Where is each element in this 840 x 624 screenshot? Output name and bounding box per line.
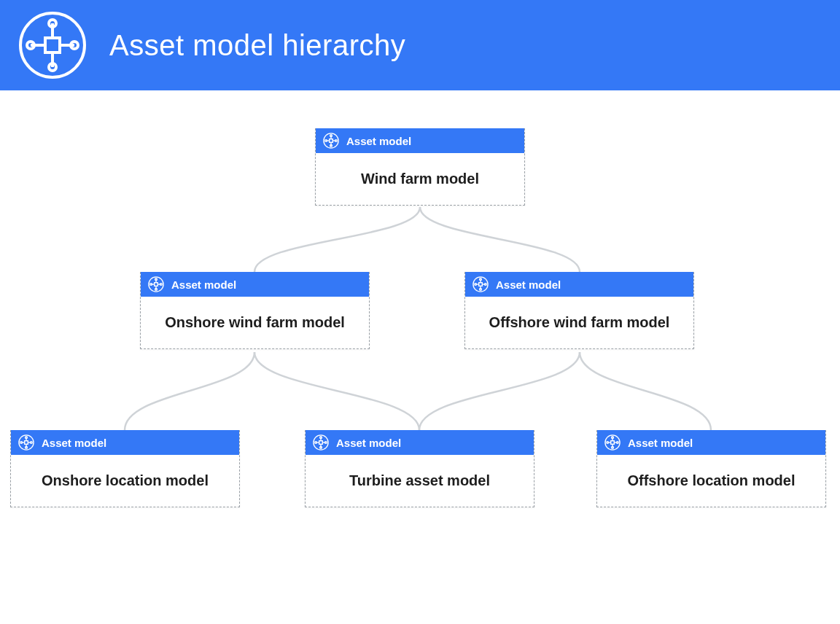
svg-rect-61 [611,441,615,445]
svg-rect-1 [45,38,60,52]
node-type-label: Asset model [346,135,411,147]
svg-rect-41 [25,441,28,445]
svg-point-30 [473,277,488,292]
node-onshore-wind-farm-model: Asset model Onshore wind farm model [140,272,370,349]
svg-point-50 [314,435,328,450]
node-header: Asset model [316,128,524,153]
node-type-label: Asset model [42,437,106,449]
node-header: Asset model [11,430,239,455]
svg-point-60 [605,435,620,450]
node-header: Asset model [597,430,825,455]
svg-rect-21 [155,283,158,286]
node-title: Offshore wind farm model [465,297,693,348]
diagram-canvas: Asset model Wind farm model Asset model … [0,93,840,624]
node-turbine-asset-model: Asset model Turbine asset model [305,430,534,507]
node-title: Onshore location model [11,455,239,507]
node-header: Asset model [306,430,534,455]
node-onshore-location-model: Asset model Onshore location model [10,430,240,507]
svg-point-10 [324,133,338,148]
node-title: Turbine asset model [306,455,534,507]
node-offshore-wind-farm-model: Asset model Offshore wind farm model [464,272,694,349]
node-header: Asset model [141,272,369,297]
node-offshore-location-model: Asset model Offshore location model [596,430,826,507]
node-wind-farm-model: Asset model Wind farm model [315,128,525,206]
svg-rect-11 [330,139,333,143]
svg-point-20 [149,277,163,292]
asset-model-icon [472,276,489,292]
page-header: Asset model hierarchy [0,0,840,93]
svg-point-0 [20,13,85,77]
asset-model-icon [323,133,339,149]
node-type-label: Asset model [171,278,236,291]
asset-model-icon [18,434,34,451]
asset-model-icon [148,276,164,292]
svg-point-40 [19,435,34,450]
svg-rect-31 [479,283,483,286]
svg-rect-51 [319,441,323,445]
node-type-label: Asset model [496,278,561,291]
asset-model-icon [313,434,329,451]
node-header: Asset model [465,272,693,297]
asset-model-icon [604,434,621,451]
node-title: Onshore wind farm model [141,297,369,348]
node-title: Offshore location model [597,455,825,507]
node-type-label: Asset model [628,437,693,449]
node-title: Wind farm model [316,153,524,205]
node-type-label: Asset model [336,437,401,449]
page-title: Asset model hierarchy [109,29,405,62]
asset-model-icon [18,10,88,80]
